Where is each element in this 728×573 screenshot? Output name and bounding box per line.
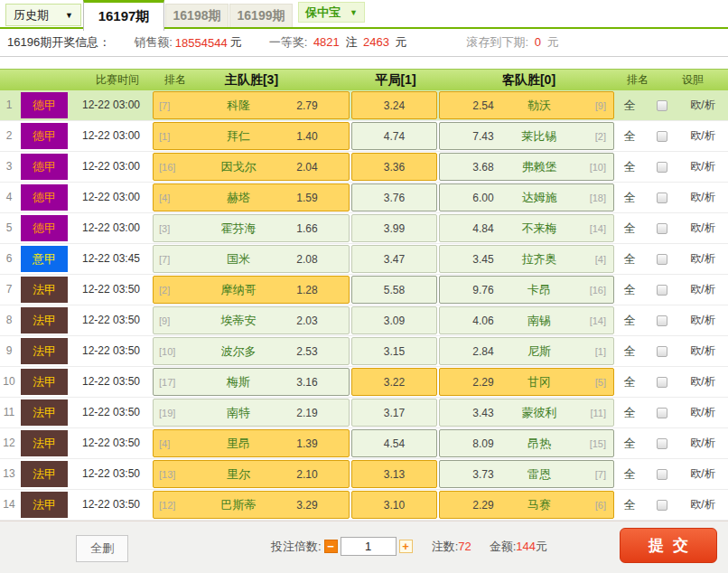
dan-checkbox[interactable] bbox=[657, 469, 667, 480]
dan-checkbox[interactable] bbox=[657, 223, 667, 234]
odds-analysis-link[interactable]: 欧/析 bbox=[680, 275, 725, 305]
home-team-name: 南特 bbox=[191, 405, 285, 421]
select-all-link[interactable]: 全 bbox=[615, 398, 644, 427]
multiplier-decrease-button[interactable]: − bbox=[324, 540, 338, 553]
select-all-link[interactable]: 全 bbox=[615, 244, 644, 274]
select-all-link[interactable]: 全 bbox=[615, 213, 644, 243]
odds-analysis-link[interactable]: 欧/析 bbox=[680, 121, 725, 151]
draw-cell[interactable]: 3.13 bbox=[351, 460, 437, 488]
draw-cell[interactable]: 3.24 bbox=[351, 91, 437, 119]
away-win-cell[interactable]: 3.68弗赖堡[10] bbox=[439, 153, 614, 181]
odds-analysis-link[interactable]: 欧/析 bbox=[680, 305, 725, 335]
home-win-cell[interactable]: [9]埃蒂安2.03 bbox=[153, 306, 350, 334]
dan-checkbox[interactable] bbox=[657, 100, 667, 111]
away-win-cell[interactable]: 4.84不来梅[14] bbox=[439, 214, 614, 242]
dan-checkbox[interactable] bbox=[657, 346, 667, 357]
dan-checkbox[interactable] bbox=[657, 285, 667, 296]
odds-analysis-link[interactable]: 欧/析 bbox=[680, 428, 725, 458]
home-win-cell[interactable]: [10]波尔多2.53 bbox=[153, 337, 350, 365]
home-win-cell[interactable]: [1]拜仁1.40 bbox=[153, 122, 350, 150]
away-win-cell[interactable]: 3.73雷恩[7] bbox=[439, 460, 614, 488]
home-win-cell[interactable]: [4]赫塔1.59 bbox=[153, 183, 350, 211]
home-win-cell[interactable]: [16]因戈尔2.04 bbox=[153, 153, 350, 181]
away-win-cell[interactable]: 2.29甘冈[5] bbox=[439, 368, 614, 396]
home-win-cell[interactable]: [3]霍芬海1.66 bbox=[153, 214, 350, 242]
select-all-link[interactable]: 全 bbox=[615, 367, 644, 397]
dan-checkbox[interactable] bbox=[657, 315, 667, 326]
dan-checkbox[interactable] bbox=[657, 438, 667, 449]
odds-analysis-link[interactable]: 欧/析 bbox=[680, 398, 725, 427]
draw-cell[interactable]: 4.54 bbox=[351, 429, 437, 457]
odds-analysis-link[interactable]: 欧/析 bbox=[680, 367, 725, 397]
draw-cell[interactable]: 3.47 bbox=[351, 245, 437, 273]
home-win-cell[interactable]: [7]科隆2.79 bbox=[153, 91, 350, 119]
draw-cell[interactable]: 4.74 bbox=[351, 122, 437, 150]
away-win-cell[interactable]: 7.43莱比锡[2] bbox=[439, 122, 614, 150]
tab-period-16198[interactable]: 16198期 bbox=[165, 4, 229, 28]
odds-analysis-link[interactable]: 欧/析 bbox=[680, 152, 725, 182]
draw-cell[interactable]: 3.99 bbox=[351, 214, 437, 242]
delete-all-button[interactable]: 全删 bbox=[76, 535, 128, 562]
history-period-dropdown[interactable]: 历史期 ▼ bbox=[5, 4, 81, 26]
draw-cell[interactable]: 3.15 bbox=[351, 337, 437, 365]
away-win-cell[interactable]: 2.29马赛[6] bbox=[439, 491, 614, 519]
home-win-cell[interactable]: [7]国米2.08 bbox=[153, 245, 350, 273]
multiplier-increase-button[interactable]: + bbox=[399, 540, 413, 553]
dan-checkbox[interactable] bbox=[657, 131, 667, 142]
away-win-cell[interactable]: 3.43蒙彼利[11] bbox=[439, 399, 614, 427]
select-all-link[interactable]: 全 bbox=[615, 305, 644, 335]
odds-analysis-link[interactable]: 欧/析 bbox=[680, 244, 725, 274]
dan-checkbox[interactable] bbox=[657, 408, 667, 418]
league-badge: 法甲 bbox=[21, 492, 68, 518]
odds-analysis-link[interactable]: 欧/析 bbox=[680, 213, 725, 243]
draw-cell[interactable]: 3.10 bbox=[351, 491, 437, 519]
select-all-link[interactable]: 全 bbox=[615, 490, 644, 520]
draw-cell[interactable]: 3.22 bbox=[351, 368, 437, 396]
odds-analysis-link[interactable]: 欧/析 bbox=[680, 459, 725, 489]
home-win-cell[interactable]: [19]南特2.19 bbox=[153, 399, 350, 427]
home-rank: [7] bbox=[159, 254, 191, 265]
away-win-cell[interactable]: 4.06南锡[14] bbox=[439, 306, 614, 334]
select-all-link[interactable]: 全 bbox=[615, 121, 644, 151]
away-win-cell[interactable]: 9.76卡昂[16] bbox=[439, 276, 614, 304]
away-win-cell[interactable]: 6.00达姆施[18] bbox=[439, 183, 614, 211]
away-win-cell[interactable]: 3.45拉齐奥[4] bbox=[439, 245, 614, 273]
odds-analysis-link[interactable]: 欧/析 bbox=[680, 90, 725, 120]
home-win-cell[interactable]: [13]里尔2.10 bbox=[153, 460, 350, 488]
table-header: 比赛时间 排名 主队胜[3] 平局[1] 客队胜[0] 排名 设胆 bbox=[0, 69, 728, 90]
tab-period-16199[interactable]: 16199期 bbox=[229, 4, 293, 28]
select-all-link[interactable]: 全 bbox=[615, 459, 644, 489]
submit-button[interactable]: 提交 bbox=[620, 528, 717, 563]
draw-cell[interactable]: 3.09 bbox=[351, 306, 437, 334]
odds-analysis-link[interactable]: 欧/析 bbox=[680, 183, 725, 212]
home-win-cell[interactable]: [17]梅斯3.16 bbox=[153, 368, 350, 396]
sales-label: 销售额: bbox=[134, 34, 173, 51]
away-odds: 8.09 bbox=[462, 437, 505, 450]
baozhongbao-dropdown[interactable]: 保中宝 ▼ bbox=[298, 2, 365, 23]
dan-checkbox[interactable] bbox=[657, 193, 667, 203]
dan-checkbox[interactable] bbox=[657, 162, 667, 173]
draw-cell[interactable]: 5.58 bbox=[351, 276, 437, 304]
draw-cell[interactable]: 3.17 bbox=[351, 399, 437, 427]
select-all-link[interactable]: 全 bbox=[615, 275, 644, 305]
select-all-link[interactable]: 全 bbox=[615, 183, 644, 212]
away-win-cell[interactable]: 2.84尼斯[1] bbox=[439, 337, 614, 365]
away-win-cell[interactable]: 2.54勒沃[9] bbox=[439, 91, 614, 119]
dan-checkbox[interactable] bbox=[657, 254, 667, 265]
draw-cell[interactable]: 3.76 bbox=[351, 183, 437, 211]
away-win-cell[interactable]: 8.09昂热[15] bbox=[439, 429, 614, 457]
tab-period-16197[interactable]: 16197期 bbox=[83, 0, 164, 31]
home-win-cell[interactable]: [4]里昂1.39 bbox=[153, 429, 350, 457]
odds-analysis-link[interactable]: 欧/析 bbox=[680, 490, 725, 520]
select-all-link[interactable]: 全 bbox=[615, 428, 644, 458]
dan-checkbox[interactable] bbox=[657, 500, 667, 511]
odds-analysis-link[interactable]: 欧/析 bbox=[680, 336, 725, 366]
home-win-cell[interactable]: [2]摩纳哥1.28 bbox=[153, 276, 350, 304]
select-all-link[interactable]: 全 bbox=[615, 152, 644, 182]
home-win-cell[interactable]: [12]巴斯蒂3.29 bbox=[153, 491, 350, 519]
draw-cell[interactable]: 3.36 bbox=[351, 153, 437, 181]
select-all-link[interactable]: 全 bbox=[615, 336, 644, 366]
select-all-link[interactable]: 全 bbox=[615, 90, 644, 120]
dan-checkbox[interactable] bbox=[657, 377, 667, 388]
multiplier-input[interactable] bbox=[341, 537, 397, 556]
